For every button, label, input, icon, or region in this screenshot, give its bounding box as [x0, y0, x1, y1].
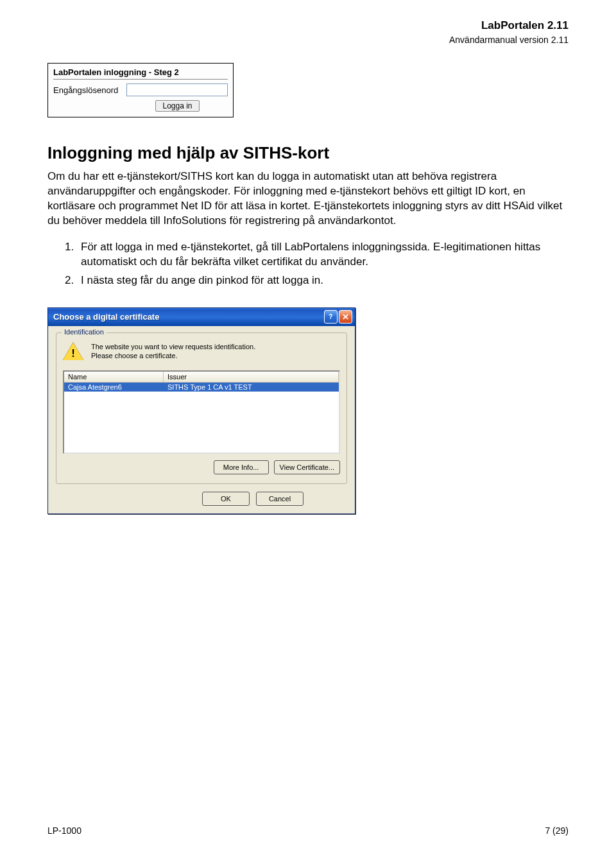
group-label: Identification: [62, 328, 107, 336]
footer-code: LP-1000: [47, 825, 81, 836]
warning-icon: !: [63, 342, 83, 363]
section-paragraph: Om du har ett e-tjänstekort/SITHS kort k…: [47, 169, 569, 229]
otp-input[interactable]: [126, 83, 228, 96]
more-info-button[interactable]: More Info...: [214, 460, 269, 474]
certificate-row[interactable]: Cajsa Atestgren6 SITHS Type 1 CA v1 TEST: [64, 383, 339, 392]
doc-title: LabPortalen 2.11: [47, 19, 569, 32]
doc-subtitle: Användarmanual version 2.11: [47, 35, 569, 45]
step-item: För att logga in med e-tjänstekortet, gå…: [77, 240, 569, 270]
certificate-list[interactable]: Name Issuer Cajsa Atestgren6 SITHS Type …: [63, 370, 340, 454]
otp-label: Engångslösenord: [53, 85, 126, 95]
dialog-titlebar: Choose a digital certificate ?: [48, 308, 355, 326]
col-name[interactable]: Name: [64, 372, 164, 382]
dialog-title: Choose a digital certificate: [53, 312, 323, 322]
view-certificate-button[interactable]: View Certificate...: [274, 460, 340, 474]
close-icon[interactable]: [339, 310, 352, 324]
certificate-dialog: Choose a digital certificate ? Identific…: [47, 307, 355, 514]
footer-page: 7 (29): [545, 825, 569, 836]
login-step2-box: LabPortalen inloggning - Steg 2 Engångsl…: [47, 63, 234, 117]
cert-name: Cajsa Atestgren6: [64, 383, 164, 392]
col-issuer[interactable]: Issuer: [164, 372, 339, 382]
ok-button[interactable]: OK: [202, 492, 250, 506]
login-button[interactable]: Logga in: [155, 100, 199, 112]
identification-group: Identification ! The website you want to…: [56, 332, 347, 484]
section-heading: Inloggning med hjälp av SITHS-kort: [47, 143, 569, 163]
steps-list: För att logga in med e-tjänstekortet, gå…: [47, 240, 569, 288]
cert-issuer: SITHS Type 1 CA v1 TEST: [164, 383, 339, 392]
help-icon[interactable]: ?: [324, 310, 338, 324]
cancel-button[interactable]: Cancel: [256, 492, 304, 506]
identification-text: The website you want to view requests id…: [91, 341, 255, 361]
step-item: I nästa steg får du ange din pinkod för …: [77, 273, 569, 288]
login-box-title: LabPortalen inloggning - Steg 2: [53, 67, 228, 80]
svg-text:?: ?: [329, 313, 332, 320]
